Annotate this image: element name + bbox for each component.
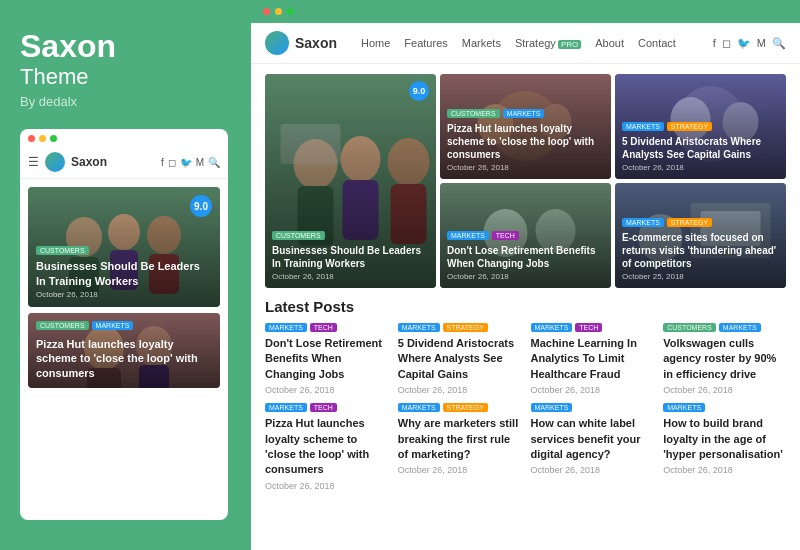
featured-jobs-tag-markets: MARKETS — [447, 231, 489, 240]
posts-grid-row2: MARKETS TECH Pizza Hut launches loyalty … — [265, 403, 786, 491]
post-3-title: Volkswagen culls agency roster by 90% in… — [663, 336, 786, 382]
nav-strategy[interactable]: StrategyPRO — [515, 37, 581, 49]
post-6-title: How can white label services benefit you… — [531, 416, 654, 462]
mobile-card-2-tag-2: MARKETS — [92, 321, 134, 330]
mobile-brand-name: Saxon — [71, 155, 107, 169]
featured-pizza-date: October 26, 2018 — [447, 163, 604, 172]
post-card-3[interactable]: CUSTOMERS MARKETS Volkswagen culls agenc… — [663, 323, 786, 395]
featured-jobs-title: Don't Lose Retirement Benefits When Chan… — [447, 244, 604, 270]
post-3-tag-customers: CUSTOMERS — [663, 323, 716, 332]
mobile-nav-icons: f ◻ 🐦 M 🔍 — [161, 157, 220, 168]
site-logo: Saxon — [265, 31, 337, 55]
tw-icon[interactable]: 🐦 — [180, 157, 192, 168]
featured-card-pizza[interactable]: CUSTOMERS MARKETS Pizza Hut launches loy… — [440, 74, 611, 179]
post-1-date: October 26, 2018 — [398, 385, 521, 395]
nav-about[interactable]: About — [595, 37, 624, 49]
med-icon[interactable]: M — [196, 157, 204, 168]
post-0-tag-tech: TECH — [310, 323, 337, 332]
post-4-date: October 26, 2018 — [265, 481, 388, 491]
brand-title: Saxon — [20, 30, 228, 62]
featured-jobs-date: October 26, 2018 — [447, 272, 604, 281]
post-2-tag-tech: TECH — [575, 323, 602, 332]
featured-jobs-tags: MARKETS TECH — [447, 231, 604, 240]
featured-card-ecoms[interactable]: MARKETS STRATEGY E-commerce sites focuse… — [615, 183, 786, 288]
latest-posts-title: Latest Posts — [265, 298, 786, 315]
post-7-tag-markets: MARKETS — [663, 403, 705, 412]
featured-pizza-overlay: CUSTOMERS MARKETS Pizza Hut launches loy… — [440, 74, 611, 179]
nav-contact[interactable]: Contact — [638, 37, 676, 49]
post-0-title: Don't Lose Retirement Benefits When Chan… — [265, 336, 388, 382]
featured-aristocrats-title: 5 Dividend Aristocrats Where Analysts Se… — [622, 135, 779, 161]
ig-icon[interactable]: ◻ — [168, 157, 176, 168]
site-header-right: f ◻ 🐦 M 🔍 — [713, 37, 786, 50]
featured-ecoms-title: E-commerce sites focused on returns visi… — [622, 231, 779, 270]
search-icon-site[interactable]: 🔍 — [772, 37, 786, 50]
featured-large-tags: CUSTOMERS — [272, 231, 429, 240]
site-nav: Home Features Markets StrategyPRO About … — [361, 37, 676, 49]
post-card-4[interactable]: MARKETS TECH Pizza Hut launches loyalty … — [265, 403, 388, 491]
med-icon-site[interactable]: M — [757, 37, 766, 49]
post-7-title: How to build brand loyalty in the age of… — [663, 416, 786, 462]
browser-panel: Saxon Home Features Markets StrategyPRO … — [248, 0, 800, 550]
mobile-preview: ☰ Saxon f ◻ 🐦 M 🔍 — [20, 129, 228, 520]
post-3-tags: CUSTOMERS MARKETS — [663, 323, 786, 332]
post-card-6[interactable]: MARKETS How can white label services ben… — [531, 403, 654, 491]
post-card-5[interactable]: MARKETS STRATEGY Why are marketers still… — [398, 403, 521, 491]
tw-icon-site[interactable]: 🐦 — [737, 37, 751, 50]
featured-ecoms-overlay: MARKETS STRATEGY E-commerce sites focuse… — [615, 183, 786, 288]
browser-top-bar — [251, 0, 800, 23]
mobile-card-1-badge: 9.0 — [190, 195, 212, 217]
nav-markets[interactable]: Markets — [462, 37, 501, 49]
mobile-top-bar — [20, 129, 228, 148]
mobile-card-2-overlay: CUSTOMERS MARKETS Pizza Hut launches loy… — [28, 313, 220, 388]
browser-dot-green — [287, 8, 294, 15]
nav-features[interactable]: Features — [404, 37, 447, 49]
hamburger-icon[interactable]: ☰ — [28, 155, 39, 169]
post-5-tags: MARKETS STRATEGY — [398, 403, 521, 412]
featured-aristocrats-tag-strategy: STRATEGY — [667, 122, 712, 131]
featured-aristocrats-tags: MARKETS STRATEGY — [622, 122, 779, 131]
featured-grid: CUSTOMERS Businesses Should Be Leaders I… — [265, 74, 786, 288]
featured-jobs-tag-tech: TECH — [492, 231, 519, 240]
mobile-card-2[interactable]: CUSTOMERS MARKETS Pizza Hut launches loy… — [28, 313, 220, 388]
featured-jobs-overlay: MARKETS TECH Don't Lose Retirement Benef… — [440, 183, 611, 288]
dot-yellow — [39, 135, 46, 142]
brand-section: Saxon Theme By dedalx — [20, 30, 228, 109]
logo-circle-icon — [265, 31, 289, 55]
post-5-title: Why are marketers still breaking the fir… — [398, 416, 521, 462]
post-1-tag-markets: MARKETS — [398, 323, 440, 332]
featured-aristocrats-tag-markets: MARKETS — [622, 122, 664, 131]
fb-icon[interactable]: f — [161, 157, 164, 168]
post-card-7[interactable]: MARKETS How to build brand loyalty in th… — [663, 403, 786, 491]
dot-green — [50, 135, 57, 142]
featured-aristocrats-date: October 26, 2018 — [622, 163, 779, 172]
featured-large-title: Businesses Should Be Leaders In Training… — [272, 244, 429, 270]
nav-home[interactable]: Home — [361, 37, 390, 49]
featured-card-large[interactable]: CUSTOMERS Businesses Should Be Leaders I… — [265, 74, 436, 288]
mobile-card-1-date: October 26, 2018 — [36, 290, 212, 299]
featured-pizza-title: Pizza Hut launches loyalty scheme to 'cl… — [447, 122, 604, 161]
post-6-tag-markets: MARKETS — [531, 403, 573, 412]
post-card-0[interactable]: MARKETS TECH Don't Lose Retirement Benef… — [265, 323, 388, 395]
brand-subtitle: Theme — [20, 64, 228, 90]
mobile-nav-left: ☰ Saxon — [28, 152, 107, 172]
post-card-2[interactable]: MARKETS TECH Machine Learning In Analyti… — [531, 323, 654, 395]
post-0-tags: MARKETS TECH — [265, 323, 388, 332]
featured-aristocrats-overlay: MARKETS STRATEGY 5 Dividend Aristocrats … — [615, 74, 786, 179]
post-4-tag-tech: TECH — [310, 403, 337, 412]
featured-pizza-tag-customers: CUSTOMERS — [447, 109, 500, 118]
post-card-1[interactable]: MARKETS STRATEGY 5 Dividend Aristocrats … — [398, 323, 521, 395]
featured-card-aristocrats[interactable]: MARKETS STRATEGY 5 Dividend Aristocrats … — [615, 74, 786, 179]
featured-card-jobs[interactable]: MARKETS TECH Don't Lose Retirement Benef… — [440, 183, 611, 288]
featured-large-tag-customers: CUSTOMERS — [272, 231, 325, 240]
mobile-card-1[interactable]: CUSTOMERS Businesses Should Be Leaders I… — [28, 187, 220, 307]
featured-large-date: October 26, 2018 — [272, 272, 429, 281]
ig-icon-site[interactable]: ◻ — [722, 37, 731, 50]
post-1-title: 5 Dividend Aristocrats Where Analysts Se… — [398, 336, 521, 382]
post-6-tags: MARKETS — [531, 403, 654, 412]
mobile-card-1-title: Businesses Should Be Leaders In Training… — [36, 259, 212, 288]
featured-ecoms-date: October 25, 2018 — [622, 272, 779, 281]
search-icon-mobile[interactable]: 🔍 — [208, 157, 220, 168]
fb-icon-site[interactable]: f — [713, 37, 716, 49]
site-name: Saxon — [295, 35, 337, 51]
